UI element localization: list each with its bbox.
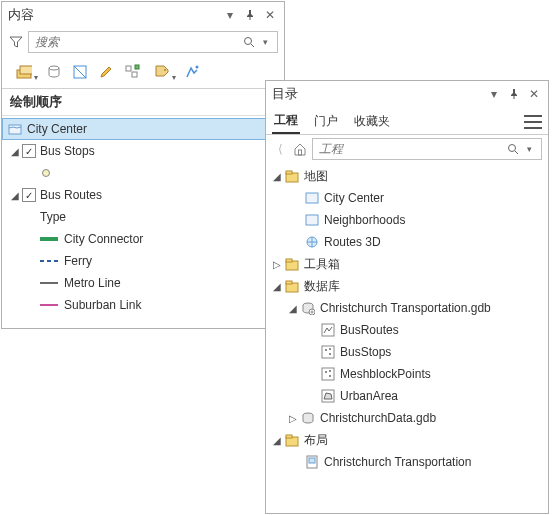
collapse-arrow-icon[interactable]: ◢	[286, 303, 300, 314]
fc-urban-area[interactable]: UrbanArea	[266, 385, 548, 407]
search-dropdown-icon[interactable]: ▾	[521, 141, 537, 157]
item-label: ChristchurchData.gdb	[320, 411, 436, 425]
symbol-ferry[interactable]: Ferry	[2, 250, 284, 272]
layer-label: Bus Stops	[40, 144, 95, 158]
layer-label: City Center	[27, 122, 87, 136]
layer-bus-stops[interactable]: ◢ ✓ Bus Stops	[2, 140, 284, 162]
map-item-icon	[304, 212, 320, 228]
tab-portal[interactable]: 门户	[312, 110, 340, 133]
svg-rect-16	[286, 171, 292, 174]
svg-point-29	[329, 353, 331, 355]
back-icon[interactable]: ⟨	[272, 141, 288, 157]
contents-tree: City Center ◢ ✓ Bus Stops ◢ ✓ Bus Routes…	[2, 116, 284, 328]
menu-icon[interactable]	[524, 115, 542, 129]
draw-order-tool[interactable]	[8, 60, 40, 84]
collapse-arrow-icon[interactable]: ◢	[8, 190, 22, 201]
labeling-tool[interactable]	[146, 60, 178, 84]
line-symbol	[40, 237, 58, 241]
fc-bus-stops[interactable]: BusStops	[266, 341, 548, 363]
layer-bus-routes[interactable]: ◢ ✓ Bus Routes	[2, 184, 284, 206]
layout-item[interactable]: Christchurch Transportation	[266, 451, 548, 473]
folder-toolboxes[interactable]: ▷ 工具箱	[266, 253, 548, 275]
dropdown-icon[interactable]: ▾	[222, 7, 238, 23]
svg-point-33	[329, 375, 331, 377]
tab-favorites[interactable]: 收藏夹	[352, 110, 392, 133]
selection-tool[interactable]	[68, 60, 92, 84]
contents-search[interactable]: ▾	[28, 31, 278, 53]
symbol-label: Suburban Link	[64, 298, 141, 312]
search-icon[interactable]	[241, 34, 257, 50]
gdb-christchurch-data[interactable]: ▷ ChristchurchData.gdb	[266, 407, 548, 429]
item-label: UrbanArea	[340, 389, 398, 403]
collapse-arrow-icon[interactable]: ◢	[270, 435, 284, 446]
point-fc-icon	[320, 344, 336, 360]
catalog-search[interactable]: ▾	[312, 138, 542, 160]
map-icon	[7, 121, 23, 137]
svg-point-32	[325, 371, 327, 373]
symbol-bus-stops[interactable]	[2, 162, 284, 184]
svg-line-14	[515, 151, 518, 154]
filter-icon[interactable]	[8, 34, 24, 50]
symbol-metro-line[interactable]: Metro Line	[2, 272, 284, 294]
expand-arrow-icon[interactable]: ▷	[270, 259, 284, 270]
fc-bus-routes[interactable]: BusRoutes	[266, 319, 548, 341]
tab-project[interactable]: 工程	[272, 109, 300, 134]
folder-layouts[interactable]: ◢ 布局	[266, 429, 548, 451]
symbology-tool[interactable]	[180, 60, 204, 84]
data-source-tool[interactable]	[42, 60, 66, 84]
layer-city-center[interactable]: City Center	[2, 118, 284, 140]
svg-point-28	[325, 349, 327, 351]
close-icon[interactable]: ✕	[262, 7, 278, 23]
contents-toolbar	[2, 56, 284, 89]
catalog-search-input[interactable]	[317, 141, 505, 157]
layout-icon	[304, 454, 320, 470]
renderer-type-label: Type	[40, 210, 66, 224]
svg-point-34	[329, 370, 331, 372]
collapse-arrow-icon[interactable]: ◢	[270, 171, 284, 182]
home-icon[interactable]	[292, 141, 308, 157]
contents-search-input[interactable]	[33, 34, 241, 50]
catalog-tree: ◢ 地图 City Center Neighborhoods Routes 3D…	[266, 163, 548, 513]
collapse-arrow-icon[interactable]: ◢	[8, 146, 22, 157]
pin-icon[interactable]	[506, 86, 522, 102]
svg-rect-8	[135, 65, 139, 69]
item-label: BusStops	[340, 345, 391, 359]
svg-rect-38	[286, 435, 292, 438]
search-dropdown-icon[interactable]: ▾	[257, 34, 273, 50]
symbol-city-connector[interactable]: City Connector	[2, 228, 284, 250]
expand-arrow-icon[interactable]: ▷	[286, 413, 300, 424]
close-icon[interactable]: ✕	[526, 86, 542, 102]
fc-meshblock[interactable]: MeshblockPoints	[266, 363, 548, 385]
svg-point-13	[509, 145, 516, 152]
svg-rect-27	[322, 346, 334, 358]
dropdown-icon[interactable]: ▾	[486, 86, 502, 102]
symbol-label: Metro Line	[64, 276, 121, 290]
symbol-suburban-link[interactable]: Suburban Link	[2, 294, 284, 316]
folder-databases[interactable]: ◢ 数据库	[266, 275, 548, 297]
folder-maps[interactable]: ◢ 地图	[266, 165, 548, 187]
search-icon[interactable]	[505, 141, 521, 157]
folder-maps-icon	[284, 168, 300, 184]
snapping-tool[interactable]	[120, 60, 144, 84]
collapse-arrow-icon[interactable]: ◢	[270, 281, 284, 292]
polygon-fc-icon	[320, 388, 336, 404]
pin-icon[interactable]	[242, 7, 258, 23]
edit-tool[interactable]	[94, 60, 118, 84]
point-fc-icon	[320, 366, 336, 382]
gdb-transportation[interactable]: ◢ Christchurch Transportation.gdb	[266, 297, 548, 319]
folder-icon	[284, 432, 300, 448]
catalog-title: 目录	[272, 85, 482, 103]
item-label: Christchurch Transportation	[324, 455, 471, 469]
map-routes-3d[interactable]: Routes 3D	[266, 231, 548, 253]
map-neighborhoods[interactable]: Neighborhoods	[266, 209, 548, 231]
geodatabase-icon	[300, 300, 316, 316]
checkbox[interactable]: ✓	[22, 188, 36, 202]
item-label: Christchurch Transportation.gdb	[320, 301, 491, 315]
map-item-icon	[304, 190, 320, 206]
svg-point-0	[245, 38, 252, 45]
svg-rect-40	[309, 458, 315, 463]
map-city-center[interactable]: City Center	[266, 187, 548, 209]
folder-label: 布局	[304, 432, 328, 449]
folder-icon	[284, 278, 300, 294]
checkbox[interactable]: ✓	[22, 144, 36, 158]
